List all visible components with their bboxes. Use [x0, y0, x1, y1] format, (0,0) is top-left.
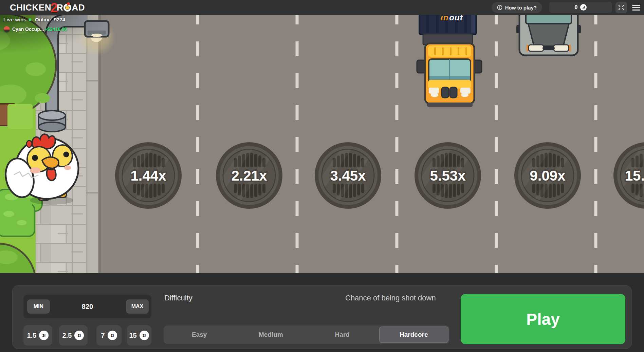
truck-logo-part1: in: [441, 15, 448, 22]
play-button[interactable]: Play: [461, 294, 625, 344]
van-grille: [542, 46, 555, 50]
truck-mirror-left: [417, 60, 425, 73]
fullscreen-icon: [618, 4, 625, 11]
multiplier-label: 5.53x: [430, 168, 466, 184]
hamburger-icon: [632, 5, 640, 6]
van-headlight-left: [529, 45, 544, 51]
quick-bet-button-4[interactable]: 15 zł: [127, 325, 151, 346]
quick-bet-value: 7: [101, 332, 105, 339]
multiplier-label: 9.09x: [530, 168, 566, 184]
difficulty-tabs: Easy Medium Hard Hardcore: [164, 326, 449, 344]
online-count: Online: 9274: [35, 17, 65, 22]
bet-amount-box: MIN 820 MAX: [23, 295, 151, 318]
multiplier-label: 15.31x: [625, 168, 644, 184]
online-status-dot: [29, 18, 31, 21]
difficulty-tab-hardcore[interactable]: Hardcore: [379, 327, 449, 343]
multiplier-label: 3.45x: [330, 168, 366, 184]
how-to-play-label: How to play?: [505, 5, 537, 11]
van-headlight-right: [554, 45, 569, 51]
logo-chicken-o-icon: [63, 4, 71, 12]
multiplier-label: 1.44x: [130, 168, 166, 184]
balance-display[interactable]: 0 zł: [549, 2, 612, 13]
van-hood: [528, 24, 569, 46]
fullscreen-button[interactable]: [615, 2, 627, 13]
currency-badge: zł: [108, 331, 117, 340]
truck-headlight-left: [429, 88, 439, 94]
quick-bet-value: 2.5: [62, 332, 72, 339]
van-vehicle: [516, 15, 581, 55]
difficulty-label: Difficulty: [164, 294, 192, 302]
live-wins-title[interactable]: Live wins: [3, 17, 26, 22]
hamburger-menu-button[interactable]: [631, 2, 641, 13]
chicken-wattle: [47, 168, 56, 181]
bet-max-button[interactable]: MAX: [126, 299, 149, 314]
truck-headlight-right: [460, 88, 471, 94]
game-logo: CHICKEN2RAD: [10, 0, 85, 15]
topbar: CHICKEN2RAD How to play? 0 zł: [0, 0, 644, 15]
chance-label: Chance of being shot down: [345, 294, 436, 302]
winner-amount: +$2416.00: [44, 26, 67, 32]
app-root: CHICKEN2RAD How to play? 0 zł: [0, 0, 644, 352]
currency-badge: zł: [140, 331, 149, 340]
control-bar: MIN 820 MAX 1.5 zł 2.5 zł 7 zł 15 zł Dif…: [0, 273, 644, 352]
truck-trailer: inout: [419, 15, 476, 35]
info-icon: [497, 5, 502, 10]
quick-bet-button-3[interactable]: 7 zł: [96, 325, 122, 346]
game-scene: 1.44x 2.21x 3.45x 5.53x 9.09x 15.31x: [0, 15, 644, 273]
truck-cab: [425, 43, 474, 107]
difficulty-tab-hard[interactable]: Hard: [308, 327, 377, 343]
control-panel: MIN 820 MAX 1.5 zł 2.5 zł 7 zł 15 zł Dif…: [12, 285, 632, 349]
currency-badge: zł: [580, 4, 587, 11]
how-to-play-button[interactable]: How to play?: [492, 2, 542, 13]
multiplier-label: 2.21x: [231, 168, 267, 184]
quick-bet-button-1[interactable]: 1.5 zł: [23, 325, 52, 346]
logo-word-ad: AD: [72, 3, 85, 12]
logo-number-2: 2: [51, 1, 58, 14]
truck-vehicle: inout: [417, 15, 482, 107]
winner-avatar: [4, 26, 10, 32]
winner-name[interactable]: Cyan Occup...: [12, 26, 44, 32]
quick-bet-value: 1.5: [27, 332, 37, 339]
quick-bet-button-2[interactable]: 2.5 zł: [59, 325, 88, 346]
quick-bet-value: 15: [129, 332, 136, 339]
difficulty-tab-easy[interactable]: Easy: [165, 327, 234, 343]
difficulty-tab-medium[interactable]: Medium: [236, 327, 306, 343]
grass-patch: [7, 104, 33, 129]
van-windshield: [526, 15, 571, 24]
truck-brand-logo: inout: [441, 15, 463, 22]
truck-logo-part2: out: [449, 15, 463, 22]
currency-badge: zł: [74, 331, 84, 340]
currency-badge: zł: [39, 331, 49, 340]
bet-min-button[interactable]: MIN: [27, 299, 50, 314]
balance-value: 0: [575, 4, 578, 11]
logo-word-chicken: CHICKEN: [10, 3, 51, 12]
bet-amount-value[interactable]: 820: [82, 303, 93, 311]
scene-canvas: 1.44x 2.21x 3.45x 5.53x 9.09x 15.31x: [0, 15, 644, 273]
truck-grille: [442, 87, 449, 98]
